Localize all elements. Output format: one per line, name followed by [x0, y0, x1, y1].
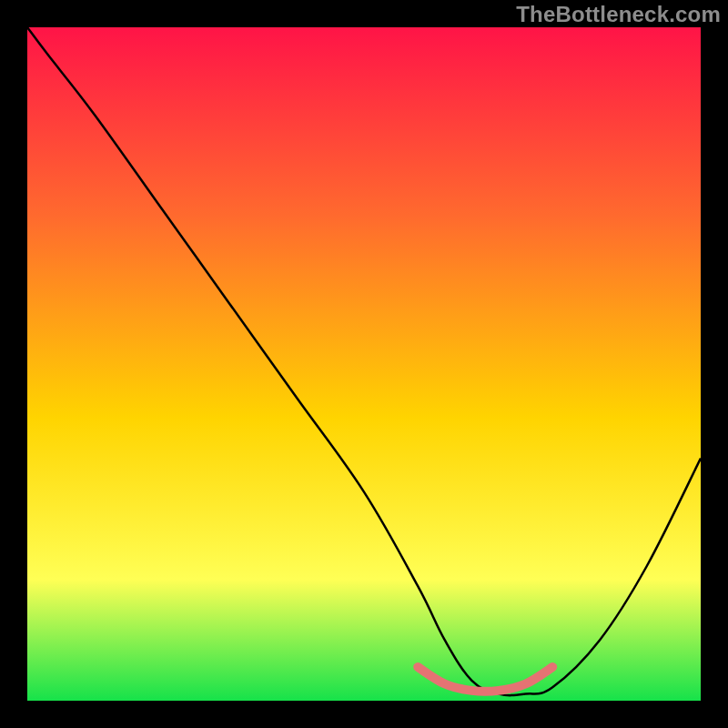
bottleneck-chart — [0, 0, 728, 728]
chart-stage: TheBottleneck.com — [0, 0, 728, 728]
plot-area — [27, 27, 701, 701]
watermark-label: TheBottleneck.com — [516, 2, 721, 27]
